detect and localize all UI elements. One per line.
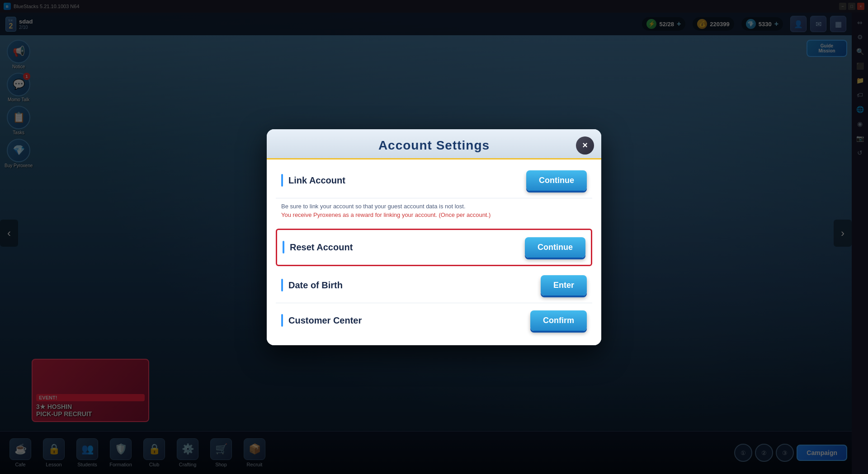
date-of-birth-enter-btn[interactable]: Enter	[541, 275, 587, 296]
modal-title: Account Settings	[278, 138, 590, 153]
account-settings-modal: Account Settings × Link Account Continue…	[267, 129, 601, 345]
link-account-info: Be sure to link your account so that you…	[276, 198, 592, 227]
customer-center-confirm-btn[interactable]: Confirm	[530, 310, 587, 331]
reset-account-row: Reset Account Continue	[276, 229, 592, 266]
date-of-birth-label: Date of Birth	[288, 280, 535, 291]
customer-center-indicator	[281, 314, 283, 327]
date-of-birth-row: Date of Birth Enter	[276, 268, 592, 303]
info-line2: You receive Pyroxenes as a reward for li…	[281, 211, 491, 218]
customer-center-row: Customer Center Confirm	[276, 303, 592, 338]
info-line1: Be sure to link your account so that you…	[281, 203, 466, 210]
reset-account-indicator	[283, 241, 284, 253]
link-account-continue-btn[interactable]: Continue	[526, 170, 587, 191]
customer-center-label: Customer Center	[288, 315, 525, 326]
modal-close-btn[interactable]: ×	[576, 136, 594, 155]
reset-account-continue-btn[interactable]: Continue	[525, 237, 585, 258]
link-account-row: Link Account Continue	[276, 163, 592, 198]
modal-body: Link Account Continue Be sure to link yo…	[267, 160, 601, 345]
modal-header: Account Settings ×	[267, 129, 601, 160]
link-account-indicator	[281, 174, 283, 187]
modal-overlay: Account Settings × Link Account Continue…	[0, 0, 868, 474]
date-of-birth-indicator	[281, 279, 283, 291]
link-account-label: Link Account	[288, 175, 521, 186]
reset-account-label: Reset Account	[290, 242, 519, 253]
